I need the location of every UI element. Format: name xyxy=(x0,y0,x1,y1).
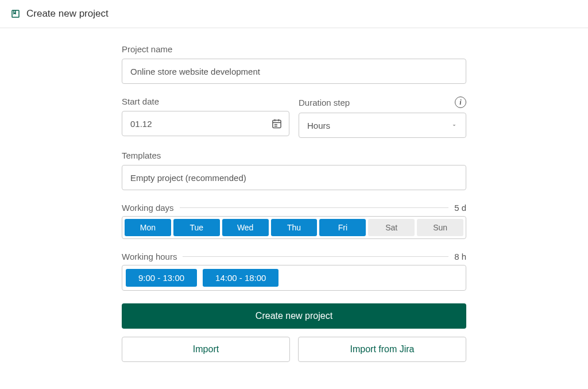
chevron-down-icon xyxy=(451,121,458,130)
duration-step-group: Duration step i Hours xyxy=(299,97,466,138)
import-jira-button[interactable]: Import from Jira xyxy=(298,337,466,362)
duration-step-value: Hours xyxy=(307,121,330,130)
working-hours-selector: 9:00 - 13:0014:00 - 18:00 xyxy=(122,265,466,291)
day-chip-fri[interactable]: Fri xyxy=(319,219,366,236)
templates-value: Empty project (recommended) xyxy=(130,173,246,183)
day-chip-sat[interactable]: Sat xyxy=(368,219,415,236)
working-days-selector: MonTueWedThuFriSatSun xyxy=(122,216,466,239)
day-chip-sun[interactable]: Sun xyxy=(417,219,463,236)
import-button[interactable]: Import xyxy=(122,337,290,362)
day-chip-mon[interactable]: Mon xyxy=(125,219,171,236)
create-project-button[interactable]: Create new project xyxy=(122,303,466,329)
day-chip-thu[interactable]: Thu xyxy=(271,219,318,236)
divider xyxy=(180,207,449,208)
start-date-label: Start date xyxy=(122,97,289,106)
hour-range-0[interactable]: 9:00 - 13:00 xyxy=(126,269,197,287)
svg-rect-1 xyxy=(273,120,281,128)
duration-step-label: Duration step xyxy=(299,98,350,107)
dialog-header: Create new project xyxy=(0,0,588,28)
templates-group: Templates Empty project (recommended) xyxy=(122,151,466,190)
divider xyxy=(183,256,448,257)
working-hours-summary: 8 h xyxy=(454,252,466,261)
project-name-input[interactable] xyxy=(122,59,466,84)
working-hours-header: Working hours 8 h xyxy=(122,252,466,261)
templates-select[interactable]: Empty project (recommended) xyxy=(122,165,466,190)
calendar-icon[interactable] xyxy=(271,118,283,129)
day-chip-wed[interactable]: Wed xyxy=(222,219,269,236)
info-icon[interactable]: i xyxy=(455,97,466,108)
hour-range-1[interactable]: 14:00 - 18:00 xyxy=(203,269,278,287)
dialog-title: Create new project xyxy=(26,8,109,20)
create-project-form: Project name Start date xyxy=(122,44,466,362)
working-days-label: Working days xyxy=(122,203,174,213)
working-days-header: Working days 5 d xyxy=(122,203,466,213)
working-hours-label: Working hours xyxy=(122,252,177,261)
start-date-input[interactable] xyxy=(122,111,289,136)
project-name-group: Project name xyxy=(122,44,466,84)
duration-step-select[interactable]: Hours xyxy=(299,113,466,138)
templates-label: Templates xyxy=(122,151,466,160)
book-icon xyxy=(10,9,21,19)
project-name-label: Project name xyxy=(122,44,466,54)
day-chip-tue[interactable]: Tue xyxy=(173,219,220,236)
working-days-summary: 5 d xyxy=(454,203,466,213)
start-date-group: Start date xyxy=(122,97,289,138)
